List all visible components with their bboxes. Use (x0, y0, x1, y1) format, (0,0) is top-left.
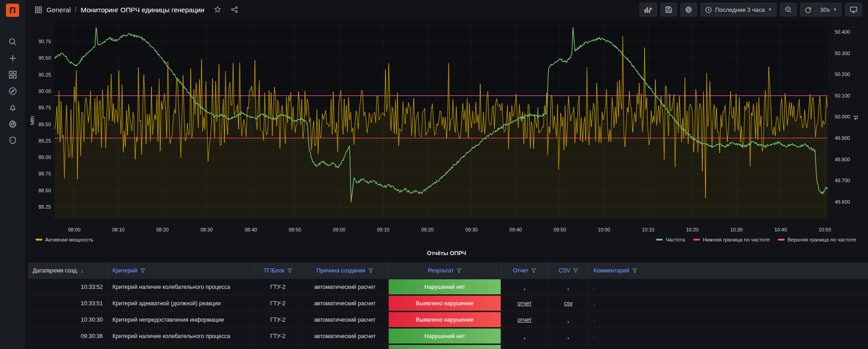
svg-text:08:00: 08:00 (68, 227, 81, 232)
result-badge-ok: Нарушений нет (389, 279, 501, 294)
legend-item-active-power[interactable]: Активная мощность (36, 237, 93, 242)
table-row: 10:33:51Критерий адекватной (должной) ре… (28, 295, 868, 312)
grafana-dashboard: П General / Мониторинг ОП (0, 0, 868, 349)
svg-text:89.25: 89.25 (38, 138, 51, 144)
cell-result: Выявлено нарушение (388, 295, 502, 311)
top-navbar: General / Мониторинг ОПРЧ единицы генера… (25, 0, 868, 19)
cell-unit (254, 344, 302, 349)
result-badge-ok: Нарушений нет (389, 345, 501, 349)
svg-text:08:30: 08:30 (200, 227, 213, 232)
time-range-picker[interactable]: Последние 3 часа ▼ (700, 3, 777, 16)
result-badge-violation: Выявлено нарушение (389, 296, 501, 311)
column-header-Отчет[interactable]: Отчет (502, 262, 548, 279)
cell-reason (302, 344, 388, 349)
legend-label: Частота (665, 237, 685, 242)
report-link[interactable]: . (524, 284, 525, 290)
legend-item-lower-bound[interactable]: Нижняя граница по частоте (693, 237, 770, 242)
csv-link[interactable]: . (568, 333, 569, 339)
svg-text:10:10: 10:10 (642, 227, 655, 232)
svg-text:10:30: 10:30 (730, 227, 743, 232)
column-header-Критерий[interactable]: Критерий (108, 262, 254, 279)
table-header-row: Дата/время созд.↓КритерийТГ/БлокПричина … (28, 262, 868, 279)
column-header-Причина создания[interactable]: Причина создания (302, 262, 388, 279)
csv-link (548, 344, 589, 349)
explore-compass-icon[interactable] (0, 83, 25, 99)
axis-return-icon[interactable] (852, 114, 858, 122)
dashboards-icon[interactable] (0, 67, 25, 82)
column-header-CSV[interactable]: CSV (548, 262, 589, 279)
clock-icon (705, 6, 712, 13)
refresh-interval-select[interactable]: 30s ▼ (816, 3, 842, 16)
svg-text:88.50: 88.50 (38, 188, 51, 193)
csv-link[interactable]: . (568, 284, 569, 290)
save-dashboard-button[interactable] (660, 3, 677, 16)
cell-result: Нарушений нет (388, 328, 502, 344)
legend-item-upper-bound[interactable]: Верхняя граница по частоте (778, 237, 856, 242)
create-plus-icon[interactable] (0, 51, 25, 66)
dashboard-title[interactable]: Мониторинг ОПРЧ единицы генерации (81, 6, 204, 14)
svg-text:09:00: 09:00 (333, 227, 345, 232)
chevron-down-icon: ▼ (768, 7, 772, 12)
svg-text:08:10: 08:10 (112, 227, 125, 232)
cell-comment: . (589, 295, 868, 311)
legend-label: Активная мощность (45, 237, 93, 242)
report-link: . (502, 279, 548, 295)
legend-item-frequency[interactable]: Частота (656, 237, 685, 242)
legend-label: Нижняя граница по частоте (703, 237, 770, 242)
breadcrumb: General / Мониторинг ОПРЧ единицы генера… (25, 6, 238, 14)
dashboard-settings-button[interactable] (680, 3, 697, 16)
zoom-out-button[interactable] (780, 3, 797, 16)
csv-link[interactable]: . (568, 317, 569, 323)
csv-link: . (548, 279, 589, 295)
sidebar: П (0, 0, 25, 349)
cell-unit: ГТУ-2 (254, 328, 302, 344)
alerting-bell-icon[interactable] (0, 100, 25, 115)
column-header-ТГ/Блок[interactable]: ТГ/Блок (254, 262, 302, 279)
svg-text:09:20: 09:20 (421, 227, 434, 232)
cell-reason: автоматический расчет (302, 312, 388, 328)
report-link[interactable]: . (524, 333, 525, 339)
table-panel-title: Отчёты ОПРЧ (25, 250, 868, 257)
admin-shield-icon[interactable] (0, 133, 25, 148)
svg-text:49.600: 49.600 (835, 199, 850, 205)
svg-text:89.50: 89.50 (38, 122, 51, 127)
column-header-Комментарий[interactable]: Комментарий (589, 262, 868, 279)
svg-text:90.75: 90.75 (38, 39, 51, 44)
svg-text:49.700: 49.700 (835, 178, 850, 183)
search-icon[interactable] (0, 34, 25, 50)
column-header-Результат[interactable]: Результат (388, 262, 502, 279)
svg-text:09:40: 09:40 (509, 227, 522, 232)
report-link: отчет (502, 295, 548, 311)
refresh-interval-label: 30s (820, 6, 830, 13)
cell-criterion (108, 344, 254, 349)
report-link[interactable]: отчет (518, 300, 532, 307)
report-link (502, 344, 548, 349)
configuration-gear-icon[interactable] (0, 116, 25, 132)
share-icon[interactable] (231, 6, 238, 13)
reports-table: Дата/время созд.↓КритерийТГ/БлокПричина … (28, 262, 868, 349)
cell-criterion: Критерий непредоставления информации (108, 312, 254, 328)
table-row: 10:30:30Критерий непредоставления информ… (28, 312, 868, 328)
cell-criterion: Критерий адекватной (должной) реакции (108, 295, 254, 311)
cell-unit: ГТУ-2 (254, 312, 302, 328)
cell-criterion: Критерий наличие колебательного процесса (108, 328, 254, 344)
add-panel-button[interactable] (640, 3, 657, 16)
favorite-star-icon[interactable] (214, 6, 221, 13)
legend-label: Верхняя граница по частоте (787, 237, 856, 242)
csv-link: . (548, 328, 589, 344)
kiosk-tv-button[interactable] (845, 3, 862, 16)
column-header-Дата/время созд.[interactable]: Дата/время созд.↓ (28, 262, 108, 279)
svg-text:08:50: 08:50 (289, 227, 301, 232)
svg-text:90.00: 90.00 (38, 88, 51, 94)
cell-result: Нарушений нет (388, 279, 502, 295)
timeseries-chart[interactable]: 88.2588.5088.7589.0089.2589.5089.7590.00… (25, 19, 868, 249)
report-link[interactable]: отчет (518, 317, 532, 323)
csv-link[interactable]: csv (564, 300, 573, 307)
refresh-button[interactable] (800, 3, 816, 16)
breadcrumb-folder[interactable]: General (46, 6, 71, 14)
cell-reason: автоматический расчет (302, 328, 388, 344)
grafana-logo[interactable]: П (6, 4, 19, 17)
cell-comment: . (589, 328, 868, 344)
cell-comment: . (589, 312, 868, 328)
cell-comment: . (589, 279, 868, 295)
